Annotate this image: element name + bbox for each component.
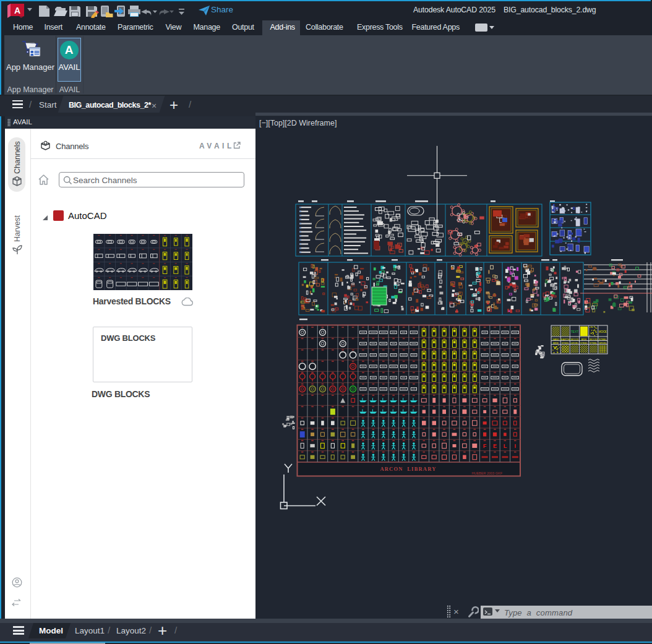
svg-text:F: F xyxy=(483,443,487,449)
svg-text:GRVEL: GRVEL xyxy=(570,341,579,345)
svg-text:STEEL: STEEL xyxy=(590,341,598,345)
svg-text:HUEBER 2003 GKF: HUEBER 2003 GKF xyxy=(471,471,502,475)
svg-text:EARTH: EARTH xyxy=(561,338,570,341)
svg-text:TEXT: TEXT xyxy=(571,330,579,333)
svg-text:WOOD: WOOD xyxy=(598,330,607,333)
svg-text:L: L xyxy=(504,443,507,449)
svg-text:SAND: SAND xyxy=(552,338,559,341)
svg-text:BRIK: BRIK xyxy=(553,341,559,345)
svg-text:GRVEL: GRVEL xyxy=(599,341,607,345)
svg-text:I: I xyxy=(515,443,517,449)
svg-text:A: A xyxy=(14,6,20,15)
svg-text:STEEL: STEEL xyxy=(561,341,569,345)
svg-text:STEEL: STEEL xyxy=(580,341,588,345)
svg-text:WOOD: WOOD xyxy=(570,338,578,341)
svg-text:E: E xyxy=(493,443,497,449)
svg-text:ARCON LIBRARY: ARCON LIBRARY xyxy=(380,466,436,472)
svg-text:STEEL: STEEL xyxy=(599,338,607,341)
svg-text:WOOD: WOOD xyxy=(590,338,598,341)
svg-text:BRIK: BRIK xyxy=(581,338,587,341)
